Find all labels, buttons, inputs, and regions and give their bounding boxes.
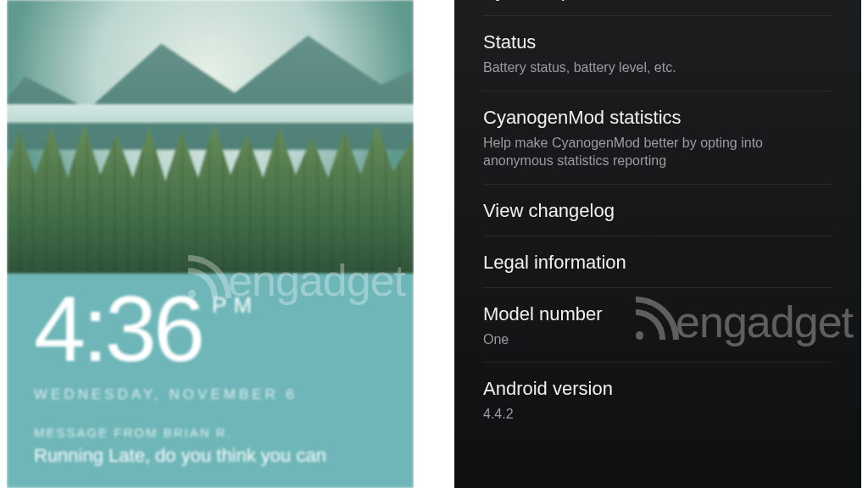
- settings-item-cyanogenmod-statistics[interactable]: CyanogenMod statistics Help make Cyanoge…: [483, 92, 832, 185]
- settings-item-model-number[interactable]: Model number One: [483, 288, 832, 363]
- settings-item-legal-information[interactable]: Legal information: [483, 236, 832, 288]
- settings-panel: System updates Status Battery status, ba…: [454, 0, 861, 488]
- lockscreen-info-area[interactable]: 4:36 PM WEDNESDAY, NOVEMBER 6 MESSAGE FR…: [7, 274, 414, 488]
- settings-item-system-updates[interactable]: System updates: [483, 0, 832, 16]
- settings-item-android-version[interactable]: Android version 4.4.2: [483, 363, 832, 437]
- clock-ampm: PM: [212, 292, 259, 319]
- notification-body: Running Late, do you think you can: [34, 445, 392, 467]
- settings-item-status[interactable]: Status Battery status, battery level, et…: [483, 16, 832, 92]
- lockscreen-wallpaper: [7, 0, 414, 274]
- clock-date: WEDNESDAY, NOVEMBER 6: [34, 386, 392, 403]
- settings-item-view-changelog[interactable]: View changelog: [483, 185, 832, 236]
- notification-sender: MESSAGE FROM BRIAN R.: [34, 425, 392, 440]
- clock-time: 4:36: [34, 289, 202, 369]
- lockscreen-panel: 4:36 PM WEDNESDAY, NOVEMBER 6 MESSAGE FR…: [7, 0, 414, 488]
